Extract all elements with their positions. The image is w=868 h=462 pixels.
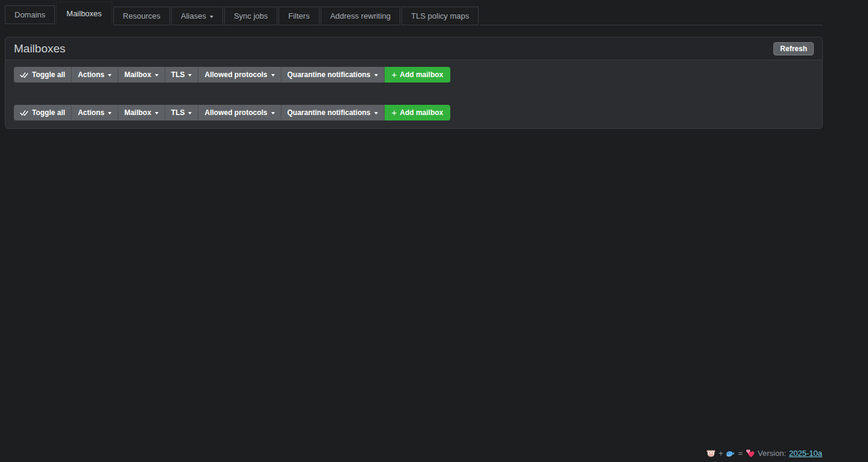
toggle-all-button[interactable]: Toggle all xyxy=(14,67,72,83)
chevron-down-icon xyxy=(374,74,378,76)
tls-dropdown[interactable]: TLS xyxy=(165,105,199,120)
button-label: Allowed protocols xyxy=(204,70,267,79)
mailbox-list-empty-area xyxy=(14,83,814,105)
chevron-down-icon xyxy=(155,74,159,76)
button-label: TLS xyxy=(171,108,185,117)
tab-sync-jobs[interactable]: Sync jobs xyxy=(224,7,277,25)
chevron-down-icon xyxy=(108,112,112,114)
button-label: Quarantine notifications xyxy=(288,108,371,117)
tls-dropdown[interactable]: TLS xyxy=(165,67,199,83)
chevron-down-icon xyxy=(271,74,275,76)
tab-domains[interactable]: Domains xyxy=(5,5,55,24)
mailboxes-panel: Mailboxes Refresh Toggle all Actions xyxy=(5,37,823,129)
button-label: Toggle all xyxy=(32,70,65,79)
toggle-all-button[interactable]: Toggle all xyxy=(14,105,72,120)
panel-header: Mailboxes Refresh xyxy=(5,37,822,60)
tab-bar-underline xyxy=(480,25,823,25)
button-label: Mailbox xyxy=(124,108,151,117)
tab-label: TLS policy maps xyxy=(411,11,469,20)
allowed-protocols-dropdown[interactable]: Allowed protocols xyxy=(198,105,281,120)
tab-label: Filters xyxy=(288,11,309,20)
check-all-icon xyxy=(20,71,28,78)
quarantine-notifications-dropdown[interactable]: Quarantine notifications xyxy=(281,105,385,120)
version-label: Version: xyxy=(758,449,786,458)
chevron-down-icon xyxy=(271,112,275,114)
footer-plus: + xyxy=(719,449,723,458)
page: Domains Mailboxes Resources Aliases Sync… xyxy=(0,0,868,462)
panel-title: Mailboxes xyxy=(14,42,66,55)
check-all-icon xyxy=(20,109,28,116)
tab-filters[interactable]: Filters xyxy=(278,7,319,25)
button-label: Quarantine notifications xyxy=(288,70,371,79)
button-label: Mailbox xyxy=(124,70,151,79)
chevron-down-icon xyxy=(188,74,192,76)
add-mailbox-button[interactable]: + Add mailbox xyxy=(385,67,451,83)
allowed-protocols-dropdown[interactable]: Allowed protocols xyxy=(198,67,281,83)
tab-label: Sync jobs xyxy=(234,11,268,20)
mailbox-toolbar-bottom: Toggle all Actions Mailbox TLS xyxy=(14,105,450,120)
plus-icon: + xyxy=(392,71,397,78)
tab-mailboxes[interactable]: Mailboxes xyxy=(56,2,112,25)
cow-icon xyxy=(706,449,715,458)
actions-dropdown[interactable]: Actions xyxy=(72,67,118,83)
tab-bar: Domains Mailboxes Resources Aliases Sync… xyxy=(5,2,823,25)
tab-aliases[interactable]: Aliases xyxy=(171,7,223,25)
tab-label: Domains xyxy=(14,10,45,19)
button-label: Toggle all xyxy=(32,108,65,117)
footer: + = Version: 2025-10a xyxy=(706,449,822,458)
actions-dropdown[interactable]: Actions xyxy=(72,105,118,120)
tab-label: Address rewriting xyxy=(330,11,391,20)
main-container: Domains Mailboxes Resources Aliases Sync… xyxy=(5,0,823,129)
chevron-down-icon xyxy=(155,112,159,114)
button-label: TLS xyxy=(171,70,185,79)
version-link[interactable]: 2025-10a xyxy=(789,449,822,458)
quarantine-notifications-dropdown[interactable]: Quarantine notifications xyxy=(281,67,385,83)
button-label: Add mailbox xyxy=(400,108,443,117)
button-label: Actions xyxy=(78,108,104,117)
button-label: Add mailbox xyxy=(400,70,443,79)
mailbox-dropdown[interactable]: Mailbox xyxy=(118,105,165,120)
two-hearts-icon xyxy=(746,449,755,458)
plus-icon: + xyxy=(392,109,397,116)
chevron-down-icon xyxy=(188,112,192,114)
whale-icon xyxy=(726,449,735,458)
tab-tls-policy-maps[interactable]: TLS policy maps xyxy=(401,7,479,25)
panel-body: Toggle all Actions Mailbox TLS xyxy=(5,60,822,128)
footer-equals: = xyxy=(738,449,743,458)
tab-label: Aliases xyxy=(181,11,206,20)
refresh-button[interactable]: Refresh xyxy=(773,42,814,55)
mailbox-dropdown[interactable]: Mailbox xyxy=(118,67,165,83)
chevron-down-icon xyxy=(210,16,213,18)
chevron-down-icon xyxy=(374,112,378,114)
tab-label: Mailboxes xyxy=(66,9,102,18)
mailbox-toolbar-top: Toggle all Actions Mailbox TLS xyxy=(14,67,450,83)
chevron-down-icon xyxy=(108,74,112,76)
tab-address-rewriting[interactable]: Address rewriting xyxy=(321,7,400,25)
button-label: Allowed protocols xyxy=(204,108,267,117)
tab-label: Resources xyxy=(123,11,160,20)
tab-resources[interactable]: Resources xyxy=(113,7,170,25)
add-mailbox-button[interactable]: + Add mailbox xyxy=(385,105,451,120)
button-label: Actions xyxy=(78,70,104,79)
